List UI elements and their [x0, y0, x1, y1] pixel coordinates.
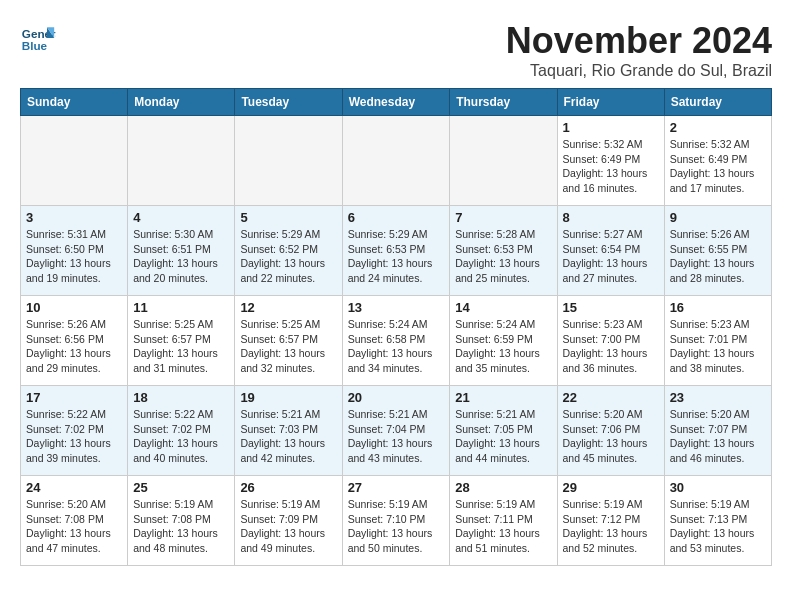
calendar-cell: 21Sunrise: 5:21 AMSunset: 7:05 PMDayligh…: [450, 386, 557, 476]
logo: General Blue: [20, 20, 56, 56]
day-info: Sunrise: 5:19 AMSunset: 7:10 PMDaylight:…: [348, 497, 445, 556]
day-number: 27: [348, 480, 445, 495]
calendar-cell: 22Sunrise: 5:20 AMSunset: 7:06 PMDayligh…: [557, 386, 664, 476]
day-number: 24: [26, 480, 122, 495]
day-number: 23: [670, 390, 766, 405]
day-info: Sunrise: 5:20 AMSunset: 7:08 PMDaylight:…: [26, 497, 122, 556]
day-info: Sunrise: 5:20 AMSunset: 7:07 PMDaylight:…: [670, 407, 766, 466]
day-info: Sunrise: 5:28 AMSunset: 6:53 PMDaylight:…: [455, 227, 551, 286]
day-info: Sunrise: 5:22 AMSunset: 7:02 PMDaylight:…: [133, 407, 229, 466]
day-number: 12: [240, 300, 336, 315]
day-info: Sunrise: 5:21 AMSunset: 7:05 PMDaylight:…: [455, 407, 551, 466]
day-number: 3: [26, 210, 122, 225]
day-number: 11: [133, 300, 229, 315]
calendar-cell: 13Sunrise: 5:24 AMSunset: 6:58 PMDayligh…: [342, 296, 450, 386]
day-number: 6: [348, 210, 445, 225]
calendar-cell: 17Sunrise: 5:22 AMSunset: 7:02 PMDayligh…: [21, 386, 128, 476]
calendar-cell: 19Sunrise: 5:21 AMSunset: 7:03 PMDayligh…: [235, 386, 342, 476]
calendar-row-4: 24Sunrise: 5:20 AMSunset: 7:08 PMDayligh…: [21, 476, 772, 566]
day-info: Sunrise: 5:19 AMSunset: 7:08 PMDaylight:…: [133, 497, 229, 556]
day-number: 14: [455, 300, 551, 315]
day-number: 7: [455, 210, 551, 225]
calendar-cell: 12Sunrise: 5:25 AMSunset: 6:57 PMDayligh…: [235, 296, 342, 386]
calendar-row-1: 3Sunrise: 5:31 AMSunset: 6:50 PMDaylight…: [21, 206, 772, 296]
day-info: Sunrise: 5:29 AMSunset: 6:53 PMDaylight:…: [348, 227, 445, 286]
day-number: 4: [133, 210, 229, 225]
day-info: Sunrise: 5:19 AMSunset: 7:13 PMDaylight:…: [670, 497, 766, 556]
day-info: Sunrise: 5:30 AMSunset: 6:51 PMDaylight:…: [133, 227, 229, 286]
calendar-cell: [450, 116, 557, 206]
calendar-cell: 15Sunrise: 5:23 AMSunset: 7:00 PMDayligh…: [557, 296, 664, 386]
calendar-cell: 29Sunrise: 5:19 AMSunset: 7:12 PMDayligh…: [557, 476, 664, 566]
calendar-cell: 30Sunrise: 5:19 AMSunset: 7:13 PMDayligh…: [664, 476, 771, 566]
day-number: 26: [240, 480, 336, 495]
day-info: Sunrise: 5:29 AMSunset: 6:52 PMDaylight:…: [240, 227, 336, 286]
calendar-cell: 2Sunrise: 5:32 AMSunset: 6:49 PMDaylight…: [664, 116, 771, 206]
day-number: 28: [455, 480, 551, 495]
day-info: Sunrise: 5:25 AMSunset: 6:57 PMDaylight:…: [240, 317, 336, 376]
calendar-cell: 11Sunrise: 5:25 AMSunset: 6:57 PMDayligh…: [128, 296, 235, 386]
day-info: Sunrise: 5:23 AMSunset: 7:01 PMDaylight:…: [670, 317, 766, 376]
weekday-header-tuesday: Tuesday: [235, 89, 342, 116]
day-number: 29: [563, 480, 659, 495]
title-area: November 2024 Taquari, Rio Grande do Sul…: [506, 20, 772, 80]
calendar-cell: [21, 116, 128, 206]
day-info: Sunrise: 5:24 AMSunset: 6:59 PMDaylight:…: [455, 317, 551, 376]
day-number: 25: [133, 480, 229, 495]
weekday-header-monday: Monday: [128, 89, 235, 116]
day-number: 10: [26, 300, 122, 315]
day-info: Sunrise: 5:26 AMSunset: 6:55 PMDaylight:…: [670, 227, 766, 286]
day-info: Sunrise: 5:26 AMSunset: 6:56 PMDaylight:…: [26, 317, 122, 376]
day-number: 1: [563, 120, 659, 135]
calendar-cell: 3Sunrise: 5:31 AMSunset: 6:50 PMDaylight…: [21, 206, 128, 296]
day-number: 20: [348, 390, 445, 405]
calendar-cell: 20Sunrise: 5:21 AMSunset: 7:04 PMDayligh…: [342, 386, 450, 476]
weekday-header-thursday: Thursday: [450, 89, 557, 116]
calendar-cell: 16Sunrise: 5:23 AMSunset: 7:01 PMDayligh…: [664, 296, 771, 386]
day-number: 2: [670, 120, 766, 135]
calendar-cell: 25Sunrise: 5:19 AMSunset: 7:08 PMDayligh…: [128, 476, 235, 566]
calendar-cell: 1Sunrise: 5:32 AMSunset: 6:49 PMDaylight…: [557, 116, 664, 206]
day-info: Sunrise: 5:31 AMSunset: 6:50 PMDaylight:…: [26, 227, 122, 286]
day-info: Sunrise: 5:21 AMSunset: 7:04 PMDaylight:…: [348, 407, 445, 466]
calendar-cell: 26Sunrise: 5:19 AMSunset: 7:09 PMDayligh…: [235, 476, 342, 566]
calendar-row-2: 10Sunrise: 5:26 AMSunset: 6:56 PMDayligh…: [21, 296, 772, 386]
day-number: 8: [563, 210, 659, 225]
calendar-cell: 8Sunrise: 5:27 AMSunset: 6:54 PMDaylight…: [557, 206, 664, 296]
day-number: 17: [26, 390, 122, 405]
day-number: 5: [240, 210, 336, 225]
day-number: 15: [563, 300, 659, 315]
day-number: 18: [133, 390, 229, 405]
calendar-cell: 4Sunrise: 5:30 AMSunset: 6:51 PMDaylight…: [128, 206, 235, 296]
weekday-header-friday: Friday: [557, 89, 664, 116]
calendar-cell: 14Sunrise: 5:24 AMSunset: 6:59 PMDayligh…: [450, 296, 557, 386]
calendar-cell: 10Sunrise: 5:26 AMSunset: 6:56 PMDayligh…: [21, 296, 128, 386]
day-info: Sunrise: 5:32 AMSunset: 6:49 PMDaylight:…: [670, 137, 766, 196]
weekday-header-saturday: Saturday: [664, 89, 771, 116]
day-info: Sunrise: 5:19 AMSunset: 7:11 PMDaylight:…: [455, 497, 551, 556]
location-title: Taquari, Rio Grande do Sul, Brazil: [506, 62, 772, 80]
day-info: Sunrise: 5:25 AMSunset: 6:57 PMDaylight:…: [133, 317, 229, 376]
month-title: November 2024: [506, 20, 772, 62]
calendar-cell: 18Sunrise: 5:22 AMSunset: 7:02 PMDayligh…: [128, 386, 235, 476]
calendar-cell: 28Sunrise: 5:19 AMSunset: 7:11 PMDayligh…: [450, 476, 557, 566]
day-info: Sunrise: 5:22 AMSunset: 7:02 PMDaylight:…: [26, 407, 122, 466]
page-header: General Blue November 2024 Taquari, Rio …: [20, 20, 772, 80]
calendar-row-0: 1Sunrise: 5:32 AMSunset: 6:49 PMDaylight…: [21, 116, 772, 206]
day-number: 19: [240, 390, 336, 405]
calendar-cell: 27Sunrise: 5:19 AMSunset: 7:10 PMDayligh…: [342, 476, 450, 566]
day-number: 16: [670, 300, 766, 315]
logo-icon: General Blue: [20, 20, 56, 56]
calendar-cell: 24Sunrise: 5:20 AMSunset: 7:08 PMDayligh…: [21, 476, 128, 566]
day-number: 21: [455, 390, 551, 405]
day-info: Sunrise: 5:24 AMSunset: 6:58 PMDaylight:…: [348, 317, 445, 376]
calendar-cell: 6Sunrise: 5:29 AMSunset: 6:53 PMDaylight…: [342, 206, 450, 296]
day-number: 13: [348, 300, 445, 315]
day-number: 9: [670, 210, 766, 225]
day-info: Sunrise: 5:32 AMSunset: 6:49 PMDaylight:…: [563, 137, 659, 196]
calendar-cell: 23Sunrise: 5:20 AMSunset: 7:07 PMDayligh…: [664, 386, 771, 476]
calendar-table: SundayMondayTuesdayWednesdayThursdayFrid…: [20, 88, 772, 566]
day-info: Sunrise: 5:19 AMSunset: 7:09 PMDaylight:…: [240, 497, 336, 556]
calendar-cell: [128, 116, 235, 206]
day-info: Sunrise: 5:19 AMSunset: 7:12 PMDaylight:…: [563, 497, 659, 556]
